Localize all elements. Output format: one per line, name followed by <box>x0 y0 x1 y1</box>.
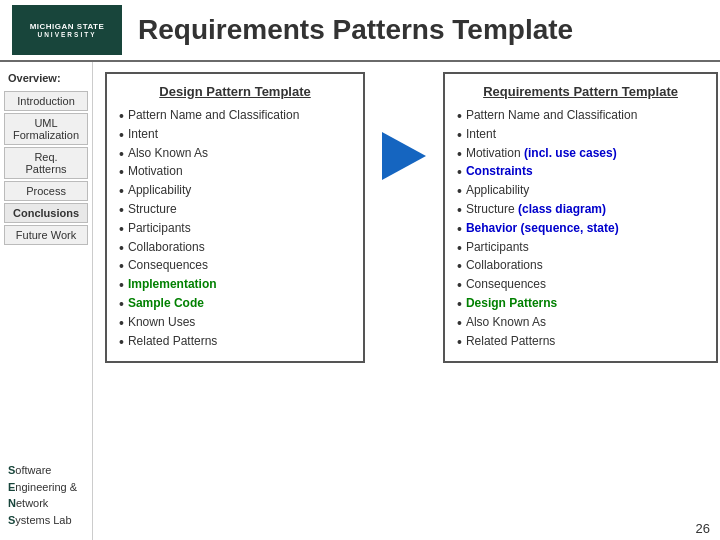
arrow-area <box>379 72 429 180</box>
content-area: Design Pattern Template Pattern Name and… <box>93 62 720 540</box>
sidebar-item-req-patterns[interactable]: Req. Patterns <box>4 147 88 179</box>
logo-name-line2: UNIVERSITY <box>37 31 96 38</box>
list-item: Related Patterns <box>457 333 704 352</box>
list-item: Related Patterns <box>119 333 351 352</box>
sidebar-item-process[interactable]: Process <box>4 181 88 201</box>
requirements-pattern-list: Pattern Name and Classification Intent M… <box>457 107 704 351</box>
sens-label: Software Engineering & Network Systems L… <box>0 456 92 534</box>
header: MICHIGAN STATE UNIVERSITY Requirements P… <box>0 0 720 62</box>
list-item: Collaborations <box>457 257 704 276</box>
list-item: Also Known As <box>457 314 704 333</box>
list-item-structure: Structure (class diagram) <box>457 201 704 220</box>
list-item-sample-code: Sample Code <box>119 295 351 314</box>
sidebar-overview-label: Overview: <box>0 68 92 90</box>
list-item: Known Uses <box>119 314 351 333</box>
list-item: Applicability <box>119 182 351 201</box>
list-item-motivation: Motivation (incl. use cases) <box>457 145 704 164</box>
right-arrow-icon <box>382 132 426 180</box>
list-item: Pattern Name and Classification <box>119 107 351 126</box>
list-item-design-patterns: Design Patterns <box>457 295 704 314</box>
sens-n: N <box>8 497 16 509</box>
list-item: Structure <box>119 201 351 220</box>
list-item: Consequences <box>119 257 351 276</box>
sens-e-word: ngineering & <box>15 481 77 493</box>
list-item-constraints: Constraints <box>457 163 704 182</box>
design-pattern-box: Design Pattern Template Pattern Name and… <box>105 72 365 363</box>
list-item: Also Known As <box>119 145 351 164</box>
requirements-pattern-box: Requirements Pattern Template Pattern Na… <box>443 72 718 363</box>
main-area: Overview: Introduction UML Formalization… <box>0 62 720 540</box>
logo-name-line1: MICHIGAN STATE <box>30 22 105 32</box>
design-pattern-list: Pattern Name and Classification Intent A… <box>119 107 351 351</box>
requirements-pattern-title: Requirements Pattern Template <box>457 84 704 99</box>
university-logo: MICHIGAN STATE UNIVERSITY <box>12 5 122 55</box>
list-item: Motivation <box>119 163 351 182</box>
list-item: Participants <box>457 239 704 258</box>
sens-s-word: oftware <box>15 464 51 476</box>
list-item: Collaborations <box>119 239 351 258</box>
list-item: Intent <box>119 126 351 145</box>
sens-s2-word: ystems Lab <box>15 514 71 526</box>
sidebar-item-conclusions[interactable]: Conclusions <box>4 203 88 223</box>
sidebar: Overview: Introduction UML Formalization… <box>0 62 93 540</box>
design-pattern-title: Design Pattern Template <box>119 84 351 99</box>
list-item-behavior: Behavior (sequence, state) <box>457 220 704 239</box>
sidebar-item-uml-formalization[interactable]: UML Formalization <box>4 113 88 145</box>
sens-n-word: etwork <box>16 497 48 509</box>
list-item: Intent <box>457 126 704 145</box>
list-item: Pattern Name and Classification <box>457 107 704 126</box>
list-item-implementation: Implementation <box>119 276 351 295</box>
sidebar-item-introduction[interactable]: Introduction <box>4 91 88 111</box>
sidebar-item-future-work[interactable]: Future Work <box>4 225 88 245</box>
list-item: Applicability <box>457 182 704 201</box>
page-title: Requirements Patterns Template <box>138 14 573 46</box>
list-item: Participants <box>119 220 351 239</box>
list-item: Consequences <box>457 276 704 295</box>
page-number: 26 <box>696 521 710 536</box>
